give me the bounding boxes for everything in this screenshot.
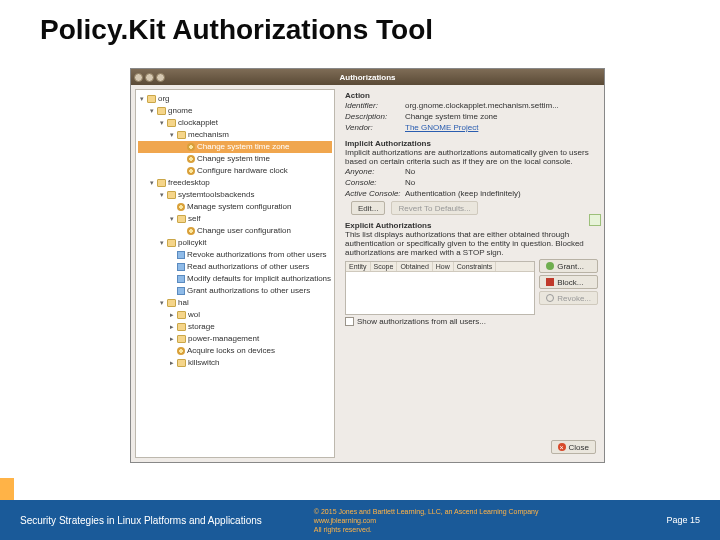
disclosure-triangle-icon[interactable]: ▾ <box>168 129 175 141</box>
gear-icon <box>187 227 195 235</box>
disclosure-triangle-icon[interactable]: ▾ <box>158 189 165 201</box>
tree-row[interactable]: ▾mechanism <box>138 129 332 141</box>
tree-row[interactable]: ▸storage <box>138 321 332 333</box>
gear-icon <box>177 347 185 355</box>
tree-row[interactable]: Revoke authorizations from other users <box>138 249 332 261</box>
close-icon: × <box>558 443 566 451</box>
footer-site: www.jblearning.com <box>314 516 667 525</box>
disclosure-triangle-icon[interactable]: ▾ <box>148 177 155 189</box>
tree-row[interactable]: ▾org <box>138 93 332 105</box>
revoke-button[interactable]: Revoke... <box>539 291 598 305</box>
tree-row[interactable]: ▾policykit <box>138 237 332 249</box>
disclosure-triangle-icon[interactable]: ▾ <box>138 93 145 105</box>
actions-tree[interactable]: ▾org▾gnome▾clockapplet▾mechanismChange s… <box>135 89 335 458</box>
grant-button[interactable]: Grant... <box>539 259 598 273</box>
table-column-header[interactable]: Scope <box>371 262 398 271</box>
gear-icon <box>187 155 195 163</box>
folder-icon <box>177 335 186 343</box>
close-button[interactable]: ×Close <box>551 440 596 454</box>
tree-row[interactable]: Change system time <box>138 153 332 165</box>
folder-icon <box>177 131 186 139</box>
tree-item-label: killswitch <box>188 357 220 369</box>
gear-icon <box>177 203 185 211</box>
detail-pane: Action Identifier:org.gnome.clockapplet.… <box>339 89 600 458</box>
tree-row[interactable]: ▾self <box>138 213 332 225</box>
stop-icon <box>546 278 554 286</box>
refresh-badge-icon[interactable] <box>589 214 601 226</box>
table-column-header[interactable]: Entity <box>346 262 371 271</box>
table-column-header[interactable]: Constraints <box>454 262 496 271</box>
tree-row[interactable]: ▸killswitch <box>138 357 332 369</box>
tree-item-label: clockapplet <box>178 117 218 129</box>
tree-row[interactable]: Configure hardware clock <box>138 165 332 177</box>
description-value: Change system time zone <box>405 111 498 122</box>
revert-defaults-button[interactable]: Revert To Defaults... <box>391 201 477 215</box>
edit-button[interactable]: Edit... <box>351 201 385 215</box>
key-icon <box>177 251 185 259</box>
folder-icon <box>167 191 176 199</box>
tree-item-label: Grant authorizations to other users <box>187 285 310 297</box>
tree-row[interactable]: Change user configuration <box>138 225 332 237</box>
identifier-label: Identifier: <box>345 100 401 111</box>
active-console-label: Active Console: <box>345 188 401 199</box>
active-console-value: Authentication (keep indefinitely) <box>405 188 521 199</box>
show-all-users-checkbox[interactable] <box>345 317 354 326</box>
action-heading: Action <box>345 91 598 100</box>
disclosure-triangle-icon[interactable]: ▾ <box>148 105 155 117</box>
tree-row[interactable]: Manage system configuration <box>138 201 332 213</box>
slide-accent <box>0 478 14 500</box>
explicit-heading: Explicit Authorizations <box>345 221 598 230</box>
tree-item-label: policykit <box>178 237 206 249</box>
tree-row[interactable]: ▾clockapplet <box>138 117 332 129</box>
tree-item-label: wol <box>188 309 200 321</box>
folder-icon <box>157 107 166 115</box>
description-label: Description: <box>345 111 401 122</box>
tree-item-label: Revoke authorizations from other users <box>187 249 327 261</box>
disclosure-triangle-icon[interactable]: ▸ <box>168 357 175 369</box>
disclosure-triangle-icon[interactable]: ▸ <box>168 321 175 333</box>
disclosure-triangle-icon[interactable]: ▾ <box>158 237 165 249</box>
tree-row[interactable]: ▾systemtoolsbackends <box>138 189 332 201</box>
tree-item-label: mechanism <box>188 129 229 141</box>
tree-item-label: power-management <box>188 333 259 345</box>
footer-rights: All rights reserved. <box>314 525 667 534</box>
tree-item-label: self <box>188 213 200 225</box>
disclosure-triangle-icon[interactable]: ▸ <box>168 333 175 345</box>
table-column-header[interactable]: Obtained <box>397 262 432 271</box>
block-button[interactable]: Block... <box>539 275 598 289</box>
tree-item-label: hal <box>178 297 189 309</box>
tree-row[interactable]: ▾freedesktop <box>138 177 332 189</box>
gear-icon <box>187 143 195 151</box>
disclosure-triangle-icon[interactable]: ▾ <box>158 297 165 309</box>
identifier-value: org.gnome.clockapplet.mechanism.settim..… <box>405 100 559 111</box>
tree-row[interactable]: ▾hal <box>138 297 332 309</box>
folder-icon <box>167 119 176 127</box>
tree-item-label: Acquire locks on devices <box>187 345 275 357</box>
disclosure-triangle-icon[interactable]: ▸ <box>168 309 175 321</box>
explicit-blurb: This list displays authorizations that a… <box>345 230 598 257</box>
explicit-auth-table[interactable]: EntityScopeObtainedHowConstraints <box>345 261 535 315</box>
table-column-header[interactable]: How <box>433 262 454 271</box>
folder-icon <box>167 299 176 307</box>
implicit-blurb: Implicit authorizations are authorizatio… <box>345 148 598 166</box>
tree-row[interactable]: Change system time zone <box>138 141 332 153</box>
tree-row[interactable]: ▾gnome <box>138 105 332 117</box>
console-value: No <box>405 177 415 188</box>
window-titlebar[interactable]: Authorizations <box>131 69 604 85</box>
tree-item-label: freedesktop <box>168 177 210 189</box>
window-controls[interactable] <box>134 73 165 82</box>
vendor-link[interactable]: The GNOME Project <box>405 122 478 133</box>
implicit-heading: Implicit Authorizations <box>345 139 598 148</box>
tree-row[interactable]: Grant authorizations to other users <box>138 285 332 297</box>
tree-row[interactable]: Acquire locks on devices <box>138 345 332 357</box>
tree-item-label: Change user configuration <box>197 225 291 237</box>
tree-item-label: Configure hardware clock <box>197 165 288 177</box>
tree-row[interactable]: ▸wol <box>138 309 332 321</box>
disclosure-triangle-icon[interactable]: ▾ <box>158 117 165 129</box>
show-all-users-label: Show authorizations from all users... <box>357 317 486 326</box>
tree-row[interactable]: ▸power-management <box>138 333 332 345</box>
tree-row[interactable]: Read authorizations of other users <box>138 261 332 273</box>
anyone-label: Anyone: <box>345 166 401 177</box>
disclosure-triangle-icon[interactable]: ▾ <box>168 213 175 225</box>
tree-row[interactable]: Modify defaults for implicit authorizati… <box>138 273 332 285</box>
